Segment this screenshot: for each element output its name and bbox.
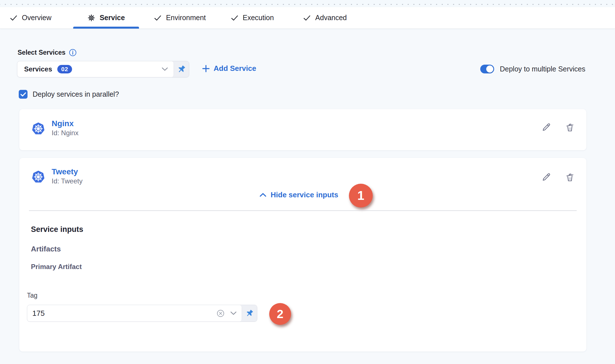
tab-environment[interactable]: Environment	[154, 7, 206, 28]
canvas-dotted-edge	[0, 0, 615, 7]
service-card-nginx: Nginx Id: Nginx	[19, 109, 586, 150]
tab-advanced[interactable]: Advanced	[303, 7, 347, 28]
tab-label: Advanced	[315, 14, 347, 22]
artifacts-heading: Artifacts	[31, 245, 61, 253]
tab-overview[interactable]: Overview	[10, 7, 51, 28]
clear-value-icon[interactable]	[216, 309, 225, 318]
deploy-multiple-services-label: Deploy to multiple Services	[500, 65, 585, 73]
chevron-down-icon[interactable]	[230, 311, 237, 315]
services-multiselect-dropdown[interactable]: Services 02	[17, 61, 189, 77]
tag-input-control	[27, 305, 257, 322]
toggle-knob	[486, 65, 493, 73]
delete-service-button[interactable]	[565, 172, 575, 182]
divider	[29, 210, 577, 211]
check-icon	[303, 15, 311, 21]
pin-icon	[245, 309, 254, 318]
gear-icon	[87, 14, 95, 22]
select-services-label: Select Services	[18, 49, 66, 56]
edit-service-button[interactable]	[541, 122, 551, 132]
check-icon	[10, 15, 18, 21]
kubernetes-icon	[32, 122, 45, 135]
annotation-badge-1: 1	[349, 184, 373, 208]
pipeline-stage-tabbar: Overview Service Environment	[0, 7, 615, 29]
check-icon	[154, 15, 162, 21]
pin-runtime-input-button[interactable]	[242, 305, 257, 321]
hide-service-inputs-link[interactable]: Hide service inputs	[260, 191, 338, 199]
chevron-up-icon	[260, 193, 266, 197]
active-tab-underline	[73, 27, 139, 29]
tab-label: Service	[100, 14, 125, 22]
tag-field[interactable]	[27, 305, 242, 321]
info-icon[interactable]	[69, 49, 77, 56]
primary-artifact-heading: Primary Artifact	[31, 263, 82, 271]
kubernetes-icon	[32, 170, 45, 183]
tag-field-label: Tag	[27, 292, 37, 299]
tab-service[interactable]: Service	[73, 7, 139, 28]
delete-service-button[interactable]	[565, 122, 575, 132]
tab-label: Environment	[166, 14, 206, 22]
tag-input[interactable]	[32, 309, 216, 318]
chevron-down-icon[interactable]	[162, 67, 168, 71]
annotation-badge-2: 2	[269, 303, 291, 325]
pin-icon	[177, 64, 186, 74]
services-dropdown-value: Services	[24, 65, 52, 73]
service-id-text: Id: Nginx	[52, 129, 79, 137]
tab-label: Overview	[22, 14, 51, 22]
service-id-text: Id: Tweety	[52, 177, 83, 185]
deploy-multiple-services-toggle[interactable]	[480, 65, 494, 73]
check-icon	[231, 15, 239, 21]
services-count-badge: 02	[57, 65, 72, 73]
add-service-label: Add Service	[214, 64, 256, 73]
service-inputs-title: Service inputs	[31, 225, 83, 234]
service-tab-panel: Select Services Services 02	[0, 29, 615, 364]
services-dropdown-field[interactable]: Services 02	[17, 61, 174, 77]
hide-service-inputs-label: Hide service inputs	[271, 191, 338, 199]
service-name-link[interactable]: Nginx	[52, 119, 74, 128]
pin-runtime-input-button[interactable]	[174, 61, 189, 77]
deploy-parallel-label: Deploy services in parallel?	[33, 90, 119, 98]
deploy-parallel-checkbox[interactable]	[19, 90, 28, 99]
plus-icon	[202, 65, 210, 73]
service-card-tweety: Tweety Id: Tweety Hid	[19, 158, 586, 352]
edit-service-button[interactable]	[541, 172, 551, 182]
tab-execution[interactable]: Execution	[231, 7, 274, 28]
service-name-link[interactable]: Tweety	[52, 167, 78, 176]
tab-label: Execution	[243, 14, 274, 22]
add-service-button[interactable]: Add Service	[202, 64, 256, 73]
